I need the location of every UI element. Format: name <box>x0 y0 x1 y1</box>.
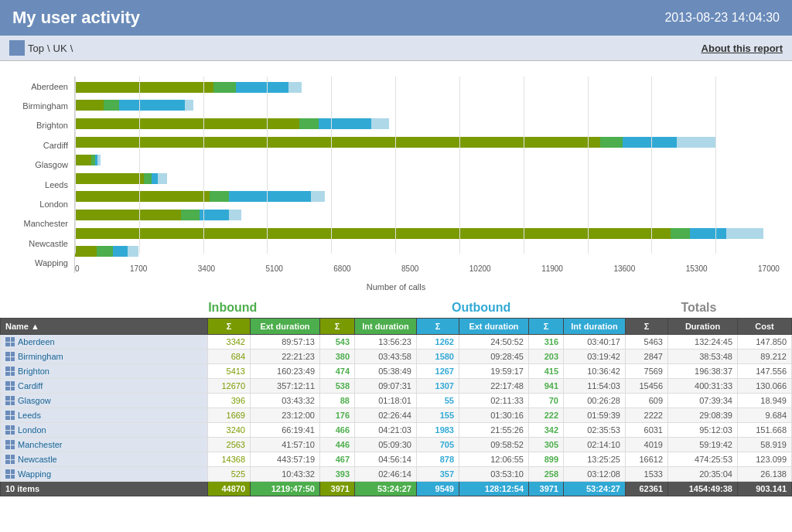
footer-cell: 903.141 <box>738 482 792 496</box>
table-cell: 07:39:34 <box>668 394 738 408</box>
bar-segment <box>371 118 388 129</box>
name-cell[interactable]: Glasgow <box>1 394 208 408</box>
table-cell: 00:26:28 <box>564 394 626 408</box>
table-cell: 02:35:53 <box>564 423 626 438</box>
table-cell: 29:08:39 <box>668 408 738 423</box>
table-cell: 258 <box>529 467 564 482</box>
footer-cell: 53:24:27 <box>564 482 626 496</box>
table-cell: 123.099 <box>738 452 792 467</box>
table-cell: 10:36:42 <box>564 364 626 379</box>
table-cell: 95:12:03 <box>668 423 738 438</box>
x-axis-label: 0 <box>75 264 80 273</box>
table-cell: 393 <box>320 467 355 482</box>
table-cell: 357:12:11 <box>251 379 320 394</box>
table-cell: 01:59:39 <box>564 408 626 423</box>
bar-segment <box>210 191 229 202</box>
chart-bar-row <box>75 135 780 149</box>
about-report-link[interactable]: About this report <box>702 43 783 54</box>
table-cell: 70 <box>529 394 564 408</box>
table-row: Manchester256341:57:1044605:09:3070509:5… <box>1 438 792 452</box>
footer-cell: 53:24:27 <box>355 482 417 496</box>
bar-segment <box>690 228 726 239</box>
bar-segment <box>311 191 325 202</box>
table-cell: 6031 <box>626 423 668 438</box>
table-cell: 88 <box>320 394 355 408</box>
col-ib-isum[interactable]: Σ <box>320 319 355 335</box>
bar-segment <box>128 246 138 257</box>
table-cell: 7569 <box>626 364 668 379</box>
chart-y-label: Aberdeen <box>12 78 68 95</box>
table-cell: 466 <box>320 423 355 438</box>
name-cell[interactable]: London <box>1 423 208 438</box>
chart-bar-row <box>75 227 780 240</box>
table-cell: 03:43:32 <box>251 394 320 408</box>
table-header: Name ▲ Σ Ext duration Σ Int duration Σ E… <box>1 319 792 335</box>
col-ob-ext[interactable]: Ext duration <box>459 319 529 335</box>
name-cell[interactable]: Brighton <box>1 364 208 379</box>
bar-segment <box>623 137 677 148</box>
table-cell: 38:53:48 <box>668 350 738 364</box>
table-cell: 5463 <box>626 335 668 350</box>
table-cell: 446 <box>320 438 355 452</box>
table-cell: 26.138 <box>738 467 792 482</box>
col-ib-int[interactable]: Int duration <box>355 319 417 335</box>
name-cell[interactable]: Leeds <box>1 408 208 423</box>
table-cell: 03:40:17 <box>564 335 626 350</box>
table-cell: 400:31:33 <box>668 379 738 394</box>
col-ib-sum[interactable]: Σ <box>208 319 251 335</box>
table-cell: 15456 <box>626 379 668 394</box>
table-cell: 305 <box>529 438 564 452</box>
table-cell: 357 <box>417 467 459 482</box>
table-cell: 01:30:16 <box>459 408 529 423</box>
x-axis-title: Number of calls <box>12 281 780 298</box>
chart-bar-row <box>75 244 780 258</box>
table-cell: 899 <box>529 452 564 467</box>
bar-segment <box>97 155 101 165</box>
name-cell[interactable]: Aberdeen <box>1 335 208 350</box>
chart-y-label: Glasgow <box>12 156 68 173</box>
table-cell: 151.668 <box>738 423 792 438</box>
chart-section: AberdeenBirminghamBrightonCardiffGlasgow… <box>0 61 792 298</box>
table-cell: 9.684 <box>738 408 792 423</box>
col-t-sum[interactable]: Σ <box>626 319 668 335</box>
name-cell[interactable]: Newcastle <box>1 452 208 467</box>
bar-segment <box>152 173 158 184</box>
table-cell: 609 <box>626 394 668 408</box>
col-ob-isum[interactable]: Σ <box>529 319 564 335</box>
table-cell: 147.850 <box>738 335 792 350</box>
table-cell: 59:19:42 <box>668 438 738 452</box>
col-t-dur[interactable]: Duration <box>668 319 738 335</box>
footer-cell: 3971 <box>320 482 355 496</box>
header-datetime: 2013-08-23 14:04:30 <box>664 11 780 25</box>
name-cell[interactable]: Cardiff <box>1 379 208 394</box>
table-cell: 13:25:25 <box>564 452 626 467</box>
table-cell: 316 <box>529 335 564 350</box>
col-ob-int[interactable]: Int duration <box>564 319 626 335</box>
table-cell: 222 <box>529 408 564 423</box>
col-name[interactable]: Name ▲ <box>1 319 208 335</box>
table-cell: 89.212 <box>738 350 792 364</box>
chart-bars-area: 0170034005100680085001020011900136001530… <box>74 77 780 273</box>
name-cell[interactable]: Wapping <box>1 467 208 482</box>
breadcrumb-top[interactable]: Top <box>28 43 44 54</box>
bar-segment <box>158 173 167 184</box>
table-row: Wapping52510:43:3239302:46:1435703:53:10… <box>1 467 792 482</box>
col-t-cost[interactable]: Cost <box>738 319 792 335</box>
table-cell: 21:55:26 <box>459 423 529 438</box>
col-ob-sum[interactable]: Σ <box>417 319 459 335</box>
table-cell: 41:57:10 <box>251 438 320 452</box>
table-row: Cardiff12670357:12:1153809:07:31130722:1… <box>1 379 792 394</box>
data-table: Name ▲ Σ Ext duration Σ Int duration Σ E… <box>0 318 792 496</box>
table-cell: 1669 <box>208 408 251 423</box>
table-cell: 160:23:49 <box>251 364 320 379</box>
table-cell: 09:58:52 <box>459 438 529 452</box>
chart-y-label: Newcastle <box>12 235 68 252</box>
bar-segment <box>75 118 299 129</box>
breadcrumb-uk[interactable]: UK <box>53 43 67 54</box>
breadcrumb: Top \ UK \ <box>9 40 73 56</box>
name-cell[interactable]: Birmingham <box>1 350 208 364</box>
table-cell: 684 <box>208 350 251 364</box>
name-cell[interactable]: Manchester <box>1 438 208 452</box>
col-ib-ext[interactable]: Ext duration <box>251 319 320 335</box>
table-cell: 05:38:49 <box>355 364 417 379</box>
